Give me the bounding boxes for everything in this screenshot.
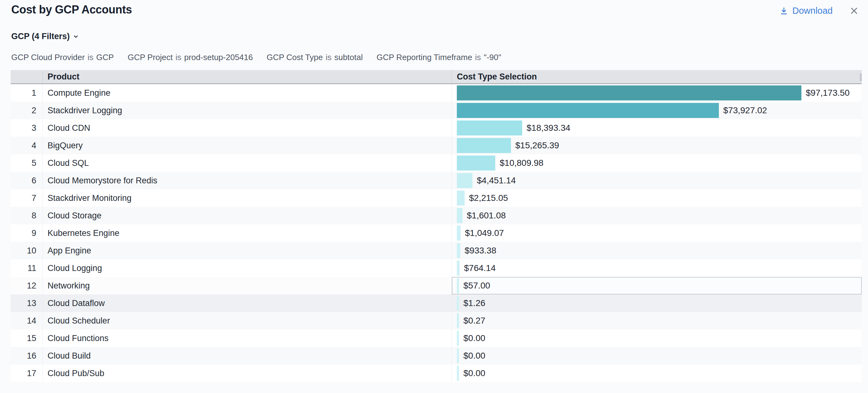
cost-bar (457, 120, 522, 135)
table-header: Product Cost Type Selection (11, 70, 862, 84)
download-icon (779, 6, 788, 16)
filter-operator: is (475, 53, 481, 62)
cost-bar (457, 313, 459, 328)
applied-filters: GCP Cloud Provider is GCP GCP Project is… (11, 53, 501, 62)
filters-summary-toggle[interactable]: GCP (4 Filters) (11, 32, 80, 41)
row-cost-cell[interactable]: $73,927.02 (452, 102, 862, 119)
download-label: Download (792, 6, 833, 16)
chevron-down-icon (72, 33, 80, 40)
row-cost-cell[interactable]: $933.38 (452, 242, 862, 260)
cost-value: $15,265.39 (515, 141, 559, 151)
cost-value: $1,601.08 (467, 211, 506, 220)
filter-value: "-90" (484, 53, 501, 62)
filter-field: GCP Cost Type (267, 53, 323, 62)
row-cost-cell[interactable]: $0.00 (452, 365, 862, 382)
filter-value: GCP (96, 53, 114, 62)
row-cost-cell[interactable]: $4,451.14 (452, 172, 862, 189)
row-rank: 13 (11, 295, 43, 312)
table-row: 6 Cloud Memorystore for Redis $4,451.14 (11, 172, 862, 189)
row-product: Cloud Storage (43, 207, 452, 224)
row-cost-cell[interactable]: $18,393.34 (452, 119, 862, 137)
cost-value: $933.38 (465, 246, 496, 255)
row-cost-cell[interactable]: $15,265.39 (452, 137, 862, 154)
cost-bar (457, 348, 459, 363)
table-row: 15 Cloud Functions $0.00 (11, 330, 862, 347)
row-product: Cloud Functions (43, 330, 452, 347)
table-row: 17 Cloud Pub/Sub $0.00 (11, 365, 862, 382)
filter-operator: is (326, 53, 332, 62)
cost-bar (457, 261, 460, 276)
vertical-scrollbar-thumb[interactable] (860, 73, 862, 81)
row-cost-cell[interactable]: $0.00 (452, 347, 862, 365)
filter-item: GCP Project is prod-setup-205416 (128, 53, 253, 62)
filter-operator: is (88, 53, 93, 62)
row-cost-cell[interactable]: $0.00 (452, 330, 862, 347)
cost-bar (457, 296, 459, 311)
row-rank: 9 (11, 224, 43, 242)
cost-value: $73,927.02 (723, 105, 767, 116)
row-rank: 17 (11, 365, 43, 382)
row-rank: 12 (11, 277, 43, 295)
row-cost-cell[interactable]: $10,809.98 (452, 154, 862, 172)
table-body: 1 Compute Engine $97,173.50 2 Stackdrive… (11, 84, 862, 382)
row-rank: 4 (11, 137, 43, 154)
cost-value: $0.00 (463, 351, 485, 361)
cost-value: $4,451.14 (477, 176, 516, 186)
close-icon (849, 6, 859, 16)
table-row: 7 Stackdriver Monitoring $2,215.05 (11, 189, 862, 207)
table-row: 5 Cloud SQL $10,809.98 (11, 154, 862, 172)
row-rank: 15 (11, 330, 43, 347)
row-cost-cell[interactable]: $1,049.07 (452, 224, 862, 242)
cost-value: $764.14 (464, 263, 496, 273)
row-rank: 1 (11, 84, 43, 102)
row-rank: 10 (11, 242, 43, 260)
filter-value: prod-setup-205416 (184, 53, 253, 62)
close-button[interactable] (849, 6, 859, 16)
row-product: App Engine (43, 242, 452, 260)
table-row: 14 Cloud Scheduler $0.27 (11, 312, 862, 330)
row-cost-cell[interactable]: $57.00 (452, 277, 862, 295)
cost-value: $18,393.34 (527, 123, 570, 133)
row-product: Compute Engine (43, 84, 452, 102)
row-cost-cell[interactable]: $0.27 (452, 312, 862, 330)
filter-item: GCP Reporting Timeframe is "-90" (376, 53, 501, 62)
cost-value: $0.00 (463, 333, 485, 343)
cost-bar (457, 85, 801, 100)
cost-bar (457, 155, 495, 171)
row-product: BigQuery (43, 137, 452, 154)
row-product: Cloud Build (43, 347, 452, 365)
row-cost-cell[interactable]: $2,215.05 (452, 189, 862, 207)
cost-value: $0.27 (463, 316, 485, 326)
row-rank: 11 (11, 260, 43, 277)
cost-bar (457, 331, 459, 346)
cost-value: $1,049.07 (465, 228, 504, 238)
cost-value: $2,215.05 (469, 193, 508, 203)
cost-bar (457, 243, 460, 258)
row-product: Cloud CDN (43, 119, 452, 137)
row-cost-cell[interactable]: $97,173.50 (452, 84, 862, 102)
row-cost-cell[interactable]: $764.14 (452, 260, 862, 277)
header-product-column[interactable]: Product (43, 70, 452, 83)
cost-bar (457, 138, 511, 153)
header-cost-column[interactable]: Cost Type Selection (452, 70, 862, 83)
table-row: 1 Compute Engine $97,173.50 (11, 84, 862, 102)
row-product: Cloud Logging (43, 260, 452, 277)
cost-value: $0.00 (463, 368, 485, 378)
row-product: Networking (43, 277, 452, 295)
row-rank: 16 (11, 347, 43, 365)
row-product: Stackdriver Logging (43, 102, 452, 119)
row-cost-cell[interactable]: $1.26 (452, 295, 862, 312)
table-row: 8 Cloud Storage $1,601.08 (11, 207, 862, 224)
cost-table: Product Cost Type Selection 1 Compute En… (11, 70, 862, 382)
row-product: Cloud Pub/Sub (43, 365, 452, 382)
cost-bar (457, 173, 472, 188)
table-row: 11 Cloud Logging $764.14 (11, 260, 862, 277)
row-cost-cell[interactable]: $1,601.08 (452, 207, 862, 224)
filter-field: GCP Reporting Timeframe (376, 53, 472, 62)
download-button[interactable]: Download (779, 6, 833, 16)
filter-field: GCP Cloud Provider (11, 53, 85, 62)
row-rank: 3 (11, 119, 43, 137)
row-rank: 5 (11, 154, 43, 172)
filter-field: GCP Project (128, 53, 173, 62)
row-rank: 14 (11, 312, 43, 330)
